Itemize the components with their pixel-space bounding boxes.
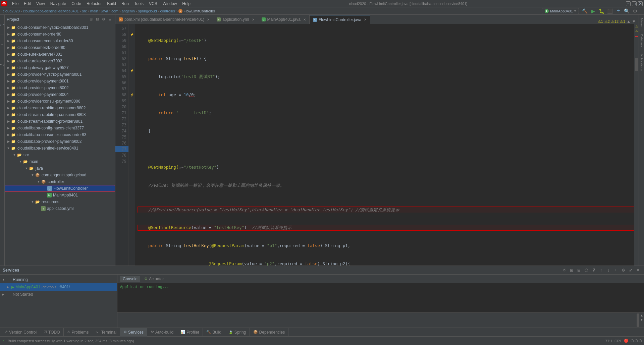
menu-file[interactable]: File	[9, 1, 21, 7]
bottom-tab-spring[interactable]: 🍃 Spring	[225, 328, 250, 337]
bottom-tab-dependencies[interactable]: 📦 Dependencies	[250, 328, 289, 337]
svc-collapse-all-btn[interactable]: ⊟	[576, 267, 582, 274]
tree-item[interactable]: ▶ 📁 cloud-provider-payment8002	[5, 84, 115, 91]
menu-run[interactable]: Run	[119, 1, 131, 7]
expand-tabs-button[interactable]: ▲	[627, 19, 631, 24]
bottom-tab-problems[interactable]: ⚠ Problems	[64, 328, 93, 337]
scrollbar-thumb[interactable]	[635, 58, 638, 71]
tree-item[interactable]: ▶ 📁 cloud-eureka-server7002	[5, 58, 115, 64]
breadcrumb-src[interactable]: src	[82, 9, 87, 13]
menu-build[interactable]: Build	[104, 1, 119, 7]
breadcrumb-com[interactable]: com	[111, 9, 118, 13]
tree-item-sentinel[interactable]: ▼ 📁 cloudalibaba-sentinel-service8401	[5, 145, 115, 152]
sidebar-gear[interactable]: ≡	[107, 16, 113, 22]
cursor-position[interactable]: 77:1	[605, 339, 612, 343]
tree-item[interactable]: ▶ 📁 cloud-eureka-server7001	[5, 51, 115, 58]
tree-item[interactable]: ▶ 📁 cloud-stream-rabbitmq-consumer8803	[5, 111, 115, 118]
restore-button[interactable]: □	[632, 1, 637, 6]
console-scrollbar[interactable]	[637, 313, 639, 327]
svc-expand-all-btn[interactable]: ⊞	[568, 267, 575, 274]
menu-edit[interactable]: Edit	[21, 1, 34, 7]
tab-pom[interactable]: X pom.xml (cloudalibaba-sentinel-service…	[115, 15, 213, 24]
menu-refactor[interactable]: Refactor	[84, 1, 104, 7]
console-tab-console[interactable]: Console	[120, 276, 140, 282]
svc-filter-btn[interactable]: ⊽	[590, 267, 597, 274]
left-tab-structure[interactable]: Str	[0, 35, 5, 55]
tree-item-mainapp[interactable]: M MainApp8401	[5, 192, 115, 198]
console-scroll-down[interactable]: ▼	[640, 318, 643, 322]
tree-item[interactable]: ▶ 📁 cloud-gateway-gateway9527	[5, 64, 115, 71]
svc-running-group[interactable]: ▼ Running	[0, 276, 117, 283]
bottom-tab-profiler[interactable]: 📊 Profiler	[177, 328, 203, 337]
build-button[interactable]: 🔨	[581, 7, 588, 15]
svc-add-btn[interactable]: +	[612, 267, 619, 274]
sidebar-settings[interactable]: ⚙	[101, 16, 107, 22]
svc-not-started-group[interactable]: ▶ Not Started	[0, 291, 117, 298]
console-tab-actuator[interactable]: ⚙ Actuator	[142, 276, 167, 282]
tree-item[interactable]: ▶ 📁 cloud-provider-payment8001	[5, 78, 115, 84]
right-tab-maven[interactable]: Maven	[639, 15, 644, 31]
bottom-tab-version-control[interactable]: ⎇ Version Control	[0, 328, 40, 337]
tree-item-package[interactable]: ▼ 📦 com.angenin.springcloud	[5, 172, 115, 178]
run-config-selector[interactable]: ▶ MainApp8401 ▾	[542, 8, 579, 14]
tree-item[interactable]: ▶ 📁 cloud-consumer-hystrix-dashboard3001	[5, 24, 115, 31]
left-tab-project[interactable]: Proj	[0, 15, 5, 35]
debug-button[interactable]: 🐛	[598, 7, 605, 15]
tree-item-java[interactable]: ▼ 📂 java	[5, 165, 115, 172]
breadcrumb-springcloud[interactable]: springcloud	[138, 9, 157, 13]
tab-mainapp[interactable]: M MainApp8401.java ✕	[258, 15, 310, 24]
bottom-tab-build[interactable]: 🔨 Build	[203, 328, 225, 337]
tab-close-mainapp[interactable]: ✕	[303, 18, 306, 21]
menu-vcs[interactable]: VCS	[146, 1, 160, 7]
tab-close-yml[interactable]: ✕	[252, 18, 255, 21]
tree-item-application-yml[interactable]: Y application.yml	[5, 205, 115, 212]
run-button[interactable]: ▶	[589, 7, 597, 15]
tab-close-flowlimit[interactable]: ✕	[364, 18, 367, 21]
breadcrumb-java[interactable]: java	[101, 9, 108, 13]
tree-item[interactable]: ▶ 📁 cloud-provider-hystrix-payment8001	[5, 71, 115, 78]
tree-item[interactable]: ▶ 📁 cloud-stream-rabbitmq-consumer8802	[5, 105, 115, 111]
collapse-tabs-button[interactable]: ▼	[632, 19, 636, 24]
menu-navigate[interactable]: Navigate	[48, 1, 69, 7]
breadcrumb-controller[interactable]: controller	[160, 9, 175, 13]
bottom-tab-terminal[interactable]: >_ Terminal	[92, 328, 120, 337]
coverage-button[interactable]: ☂	[614, 7, 622, 15]
menu-window[interactable]: Window	[160, 1, 180, 7]
svc-settings-btn[interactable]: ⚙	[620, 267, 627, 274]
tree-item[interactable]: ▶ 📁 cloudalibaba-config-nacos-client3377	[5, 125, 115, 131]
svc-group-btn[interactable]: ⬡	[583, 267, 590, 274]
bottom-tab-auto-build[interactable]: ⚒ Auto-build	[147, 328, 177, 337]
tree-item[interactable]: ▶ 📁 cloud-provider-payment8004	[5, 91, 115, 98]
code-editor[interactable]: @GetMapping(☆~"/testF") public String te…	[135, 24, 634, 266]
sidebar-collapse-all[interactable]: ⊟	[94, 16, 100, 22]
breadcrumb-main[interactable]: main	[90, 9, 98, 13]
tree-item[interactable]: ▶ 📁 cloud-consumerconsul-order80	[5, 38, 115, 44]
svc-down-btn[interactable]: ↓	[605, 267, 612, 274]
minimize-button[interactable]: −	[626, 1, 631, 6]
svc-refresh-btn[interactable]: ↺	[561, 267, 568, 274]
svc-up-btn[interactable]: ↑	[598, 267, 604, 274]
breadcrumb-angenin[interactable]: angenin	[122, 9, 135, 13]
left-tab-bookmarks[interactable]: Bk	[0, 55, 5, 75]
menu-help[interactable]: Help	[179, 1, 193, 7]
breadcrumb-module[interactable]: cloudalibaba-sentinel-service8401	[23, 9, 78, 13]
settings-button[interactable]: ⚙	[631, 7, 639, 15]
menu-code[interactable]: Code	[69, 1, 84, 7]
tab-flowlimit[interactable]: C FlowLimitController.java ✕	[310, 15, 370, 24]
menu-view[interactable]: View	[34, 1, 48, 7]
tree-item-resources[interactable]: ▼ 📂 resources	[5, 198, 115, 205]
tab-application-yml[interactable]: Y application.yml ✕	[213, 15, 258, 24]
tree-item[interactable]: ▶ 📁 cloud-providerconsul-payment8006	[5, 98, 115, 105]
breadcrumb-cloud2020[interactable]: cloud2020	[3, 9, 20, 13]
right-tab-notifications[interactable]: Notifications	[639, 51, 644, 74]
tree-item-controller-pkg[interactable]: ▼ 📦 controller	[5, 178, 115, 185]
tree-item[interactable]: ▶ 📁 cloud-stream-rabbitmq-provider8801	[5, 118, 115, 125]
svc-close-btn[interactable]: ✕	[635, 267, 641, 274]
tree-item[interactable]: ▶ 📁 cloudalibaba-consumer-nacos-order83	[5, 131, 115, 138]
menu-tools[interactable]: Tools	[131, 1, 146, 7]
right-tab-database[interactable]: Database	[639, 31, 644, 51]
tree-item[interactable]: ▶ 📁 cloudalibaba-provider-payment9002	[5, 138, 115, 145]
svc-maximize-btn[interactable]: ⤢	[627, 267, 634, 274]
tree-item-flowlimit[interactable]: C FlowLimitController	[5, 185, 115, 192]
scrollbar-track[interactable]: ⚠ ⚠ ▬	[634, 24, 639, 266]
